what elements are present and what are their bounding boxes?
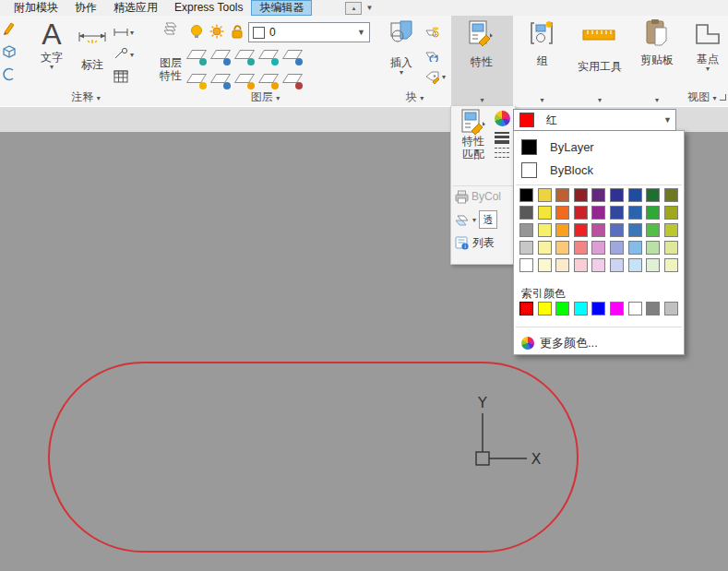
color-swatch[interactable] — [591, 188, 605, 202]
layer-properties-button[interactable]: 图层 特性 — [154, 19, 187, 82]
define-attribute-button[interactable] — [424, 25, 439, 38]
ribbon-tab-1[interactable]: 附加模块 — [6, 0, 66, 16]
color-swatch[interactable] — [610, 223, 624, 237]
color-swatch[interactable] — [646, 258, 660, 272]
panel-annotation-footer[interactable]: 注释 ▾ — [19, 89, 152, 105]
color-swatch[interactable] — [610, 258, 624, 272]
arc-icon[interactable] — [1, 66, 18, 83]
color-swatch[interactable] — [664, 241, 678, 255]
layer-tool-button[interactable] — [235, 71, 256, 89]
color-swatch[interactable] — [591, 258, 605, 272]
table-button[interactable] — [113, 69, 128, 84]
index-color-swatch[interactable] — [646, 302, 660, 315]
panel-utilities-footer[interactable]: ▾ — [571, 92, 628, 105]
color-swatch[interactable] — [646, 188, 660, 202]
properties-button[interactable]: 特性 — [463, 20, 500, 68]
layer-tool-button[interactable] — [187, 71, 208, 89]
color-swatch[interactable] — [646, 223, 660, 237]
object-color-combobox[interactable]: 红 ▼ — [513, 109, 676, 131]
color-swatch[interactable] — [519, 241, 533, 255]
color-swatch[interactable] — [574, 223, 588, 237]
color-option-byblock[interactable]: ByBlock — [514, 159, 684, 181]
layer-tool-button[interactable] — [211, 47, 232, 65]
color-swatch[interactable] — [664, 188, 678, 202]
index-color-swatch[interactable] — [628, 302, 642, 315]
match-properties-button[interactable]: 特性 匹配 — [453, 109, 494, 161]
index-color-swatch[interactable] — [555, 302, 569, 315]
group-button[interactable]: 组 — [526, 21, 559, 67]
color-swatch[interactable] — [555, 241, 569, 255]
color-swatch[interactable] — [646, 241, 660, 255]
color-swatch[interactable] — [555, 188, 569, 202]
color-swatch[interactable] — [610, 206, 624, 220]
transparency-value-box[interactable]: 透 — [479, 210, 497, 229]
chevron-down-icon[interactable]: ▼ — [663, 115, 672, 125]
color-swatch[interactable] — [519, 206, 533, 220]
layer-tool-button[interactable] — [187, 47, 208, 65]
index-color-swatch[interactable] — [574, 302, 588, 315]
ribbon-minimize-button[interactable]: ▲ — [345, 2, 362, 15]
color-swatch[interactable] — [574, 241, 588, 255]
color-swatch[interactable] — [591, 241, 605, 255]
layer-tool-button[interactable] — [235, 47, 256, 65]
panel-expander-icon[interactable] — [720, 94, 726, 101]
cube-icon[interactable] — [1, 43, 18, 60]
base-point-button[interactable]: 基点 ▾ — [693, 23, 722, 72]
color-swatch[interactable] — [574, 258, 588, 272]
index-color-swatch[interactable] — [538, 302, 552, 315]
color-swatch[interactable] — [538, 258, 552, 272]
color-swatch[interactable] — [664, 258, 678, 272]
edit-attribute-button[interactable]: ▾ — [424, 69, 446, 84]
color-swatch[interactable] — [574, 206, 588, 220]
lineweight-icon[interactable] — [495, 132, 513, 144]
transparency-control[interactable]: ▾ 透 — [454, 210, 497, 229]
text-button[interactable]: A 文字 ▾ — [32, 18, 71, 70]
color-swatch[interactable] — [538, 206, 552, 220]
color-swatch[interactable] — [555, 206, 569, 220]
ribbon-tab-4[interactable]: Express Tools — [166, 0, 251, 16]
color-swatch[interactable] — [591, 223, 605, 237]
layer-on-bulb-icon[interactable] — [189, 24, 204, 39]
color-swatch[interactable] — [555, 223, 569, 237]
color-swatch[interactable] — [628, 206, 642, 220]
more-colors-button[interactable]: 更多颜色... — [521, 333, 598, 353]
color-swatch[interactable] — [628, 241, 642, 255]
layer-tool-button[interactable] — [283, 71, 304, 89]
layer-tool-button[interactable] — [259, 47, 280, 65]
layer-thaw-sun-icon[interactable] — [209, 24, 224, 39]
index-color-swatch[interactable] — [610, 302, 624, 315]
color-swatch[interactable] — [538, 188, 552, 202]
panel-layers-footer[interactable]: 图层 ▾ — [152, 89, 378, 105]
layer-tool-button[interactable] — [259, 71, 280, 89]
panel-clipboard-footer[interactable]: ▾ — [628, 92, 686, 105]
index-color-swatch[interactable] — [664, 302, 678, 315]
ribbon-tab-2[interactable]: 协作 — [66, 0, 105, 16]
color-swatch[interactable] — [538, 223, 552, 237]
color-swatch[interactable] — [519, 223, 533, 237]
color-swatch[interactable] — [538, 241, 552, 255]
color-swatch[interactable] — [628, 188, 642, 202]
color-swatch[interactable] — [591, 206, 605, 220]
index-color-swatch[interactable] — [591, 302, 605, 315]
ribbon-tab-3[interactable]: 精选应用 — [105, 0, 166, 16]
color-swatch[interactable] — [555, 258, 569, 272]
panel-view-footer[interactable]: 视图 ▾ — [686, 89, 728, 105]
pencil-icon[interactable] — [1, 20, 18, 37]
color-option-bylayer[interactable]: ByLayer — [514, 136, 684, 158]
index-color-swatch[interactable] — [519, 302, 533, 315]
ribbon-tab-5[interactable]: 块编辑器 — [251, 0, 312, 16]
ribbon-minimize-options-icon[interactable]: ▼ — [365, 4, 373, 12]
color-swatch[interactable] — [610, 188, 624, 202]
panel-properties-footer[interactable]: ▾ — [451, 92, 513, 105]
color-swatch[interactable] — [519, 258, 533, 272]
color-swatch[interactable] — [646, 206, 660, 220]
panel-block-footer[interactable]: 块 ▾ — [378, 89, 451, 105]
panel-group-footer[interactable]: ▾ — [513, 92, 571, 105]
color-swatch[interactable] — [664, 206, 678, 220]
leader-button[interactable]: ▾ — [113, 47, 134, 62]
dimension-button[interactable]: 标注 — [73, 21, 112, 71]
color-swatch[interactable] — [664, 223, 678, 237]
color-swatch[interactable] — [519, 188, 533, 202]
layer-combobox[interactable]: 0 ▼ — [248, 22, 370, 42]
object-color-icon[interactable] — [495, 111, 510, 126]
